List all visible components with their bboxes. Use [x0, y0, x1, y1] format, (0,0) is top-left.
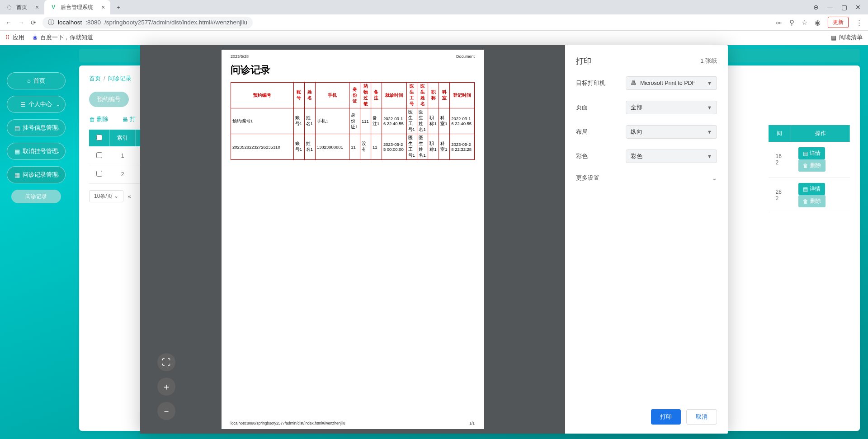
- preview-table: 预约编号账号姓名手机身份证药物过敏备注就诊时间医生工号医生姓名职称科室登记时间 …: [231, 82, 475, 160]
- preview-cell: 职称1: [428, 134, 439, 160]
- color-label: 彩色: [576, 152, 626, 160]
- print-dialog: 2023/5/28Document 问诊记录 预约编号账号姓名手机身份证药物过敏…: [140, 45, 728, 434]
- preview-cell: 2022-03-16 22:40:55: [382, 108, 406, 134]
- print-button[interactable]: 打印: [651, 409, 681, 425]
- preview-cell: 20235282232726235310: [231, 134, 294, 160]
- pages-select[interactable]: 全部▼: [626, 101, 717, 114]
- fit-page-button[interactable]: ⛶: [157, 353, 175, 371]
- browser-tab-1[interactable]: V 后台管理系统 ×: [44, 0, 110, 14]
- preview-row: 20235282232726235310账号1姓名11382388888111没…: [231, 134, 475, 160]
- preview-th: 就诊时间: [382, 83, 406, 108]
- vue-icon: V: [50, 4, 57, 11]
- preview-cell: 13823888881: [315, 134, 349, 160]
- url-input[interactable]: ⓘ localhost:8080/springbooty2577/admin/d…: [42, 17, 253, 28]
- new-tab-button[interactable]: ＋: [110, 0, 127, 14]
- preview-page: 2023/5/28Document 问诊记录 预约编号账号姓名手机身份证药物过敏…: [222, 50, 484, 429]
- preview-th: 账号: [293, 83, 304, 108]
- preview-cell: 预约编号1: [231, 108, 294, 134]
- window-controls: ⊖ — ▢ ✕: [806, 4, 868, 11]
- preview-title: 问诊记录: [231, 63, 475, 77]
- preview-cell: 身份证1: [349, 108, 360, 134]
- sheet-count: 1 张纸: [701, 57, 717, 65]
- preview-cell: 备注1: [371, 108, 382, 134]
- cancel-button[interactable]: 取消: [686, 409, 717, 425]
- tab-title: 首页: [16, 4, 27, 11]
- bookmark-bar: ⠿应用 ❀百度一下，你就知道 ▤阅读清单: [0, 31, 868, 45]
- browser-address-bar: ← → ⟳ ⓘ localhost:8080/springbooty2577/a…: [0, 14, 868, 31]
- preview-th: 预约编号: [231, 83, 294, 108]
- reload-icon[interactable]: ⟳: [31, 19, 36, 26]
- more-settings[interactable]: 更多设置⌄: [576, 174, 717, 182]
- search-icon[interactable]: ⚲: [789, 19, 794, 27]
- print-settings-pane: 打印1 张纸 目标打印机 🖶Microsoft Print to PDF▼ 页面…: [565, 45, 728, 434]
- preview-cell: 科室1: [439, 134, 450, 160]
- baidu-bookmark[interactable]: ❀百度一下，你就知道: [33, 34, 93, 42]
- avatar-icon[interactable]: ◉: [815, 19, 821, 27]
- preview-cell: 111: [360, 108, 371, 134]
- preview-th: 手机: [315, 83, 349, 108]
- tab-close-icon[interactable]: ×: [101, 4, 105, 11]
- reading-list[interactable]: ▤阅读清单: [831, 34, 863, 42]
- color-row: 彩色 彩色▼: [576, 149, 717, 163]
- preview-docname: Document: [456, 54, 475, 59]
- preview-cell: 11: [371, 134, 382, 160]
- pages-label: 页面: [576, 103, 626, 112]
- apps-icon: ⠿: [5, 34, 10, 41]
- preview-th: 备注: [371, 83, 382, 108]
- preview-th: 医生姓名: [417, 83, 428, 108]
- tab-close-icon[interactable]: ×: [35, 4, 39, 11]
- menu-icon[interactable]: ⋮: [856, 19, 863, 27]
- preview-fab-column: ⛶ ＋ －: [157, 353, 175, 420]
- layout-select[interactable]: 纵向▼: [626, 125, 717, 139]
- list-icon: ▤: [831, 34, 836, 41]
- printer-label: 目标打印机: [576, 79, 626, 87]
- preview-footer-url: localhost:8080/springbooty2577/admin/dis…: [231, 421, 345, 425]
- globe-icon: ◌: [5, 4, 13, 11]
- chevron-down-icon: ⌄: [712, 175, 717, 182]
- preview-cell: 账号1: [293, 134, 304, 160]
- zoom-out-button[interactable]: －: [157, 402, 175, 420]
- layout-label: 布局: [576, 128, 626, 136]
- browser-tab-0[interactable]: ◌ 首页 ← ×: [0, 0, 44, 14]
- maximize-icon[interactable]: ▢: [841, 4, 847, 11]
- printer-value: Microsoft Print to PDF: [640, 80, 695, 86]
- color-select[interactable]: 彩色▼: [626, 149, 717, 163]
- preview-cell: 姓名1: [304, 108, 315, 134]
- tab-title: 后台管理系统: [61, 4, 93, 11]
- chevron-down-icon: ▼: [707, 129, 712, 135]
- stop-icon[interactable]: ⊖: [813, 4, 819, 11]
- print-preview-pane: 2023/5/28Document 问诊记录 预约编号账号姓名手机身份证药物过敏…: [140, 45, 565, 434]
- preview-cell: 账号1: [293, 108, 304, 134]
- star-icon[interactable]: ☆: [802, 19, 807, 27]
- preview-cell: 职称1: [428, 108, 439, 134]
- printer-row: 目标打印机 🖶Microsoft Print to PDF▼: [576, 76, 717, 90]
- print-overlay: 2023/5/28Document 问诊记录 预约编号账号姓名手机身份证药物过敏…: [0, 45, 868, 439]
- zoom-in-button[interactable]: ＋: [157, 378, 175, 396]
- preview-cell: 手机1: [315, 108, 349, 134]
- bookmark-label: 百度一下，你就知道: [40, 34, 93, 42]
- bookmark-label: 应用: [13, 34, 24, 42]
- printer-select[interactable]: 🖶Microsoft Print to PDF▼: [626, 76, 717, 90]
- preview-th: 药物过敏: [360, 83, 371, 108]
- chevron-down-icon: ▼: [707, 105, 712, 110]
- preview-th: 登记时间: [450, 83, 475, 108]
- layout-value: 纵向: [631, 128, 642, 136]
- preview-cell: 医生姓名1: [417, 134, 428, 160]
- close-icon[interactable]: ✕: [855, 4, 861, 11]
- url-path: /springbooty2577/admin/dist/index.html#/…: [104, 19, 247, 26]
- update-button[interactable]: 更新: [828, 17, 849, 28]
- printer-icon: 🖶: [631, 80, 637, 86]
- preview-cell: 医生工号1: [406, 134, 417, 160]
- preview-th: 医生工号: [406, 83, 417, 108]
- key-icon[interactable]: ⬰: [776, 19, 782, 27]
- browser-titlebar: ◌ 首页 ← × V 后台管理系统 × ＋ ⊖ — ▢ ✕: [0, 0, 868, 14]
- apps-bookmark[interactable]: ⠿应用: [5, 34, 24, 42]
- preview-date: 2023/5/28: [231, 54, 249, 59]
- preview-cell: 11: [349, 134, 360, 160]
- info-icon: ⓘ: [48, 19, 54, 27]
- minimize-icon[interactable]: —: [827, 4, 833, 11]
- back-icon[interactable]: ←: [5, 19, 12, 26]
- baidu-icon: ❀: [33, 34, 38, 41]
- url-port: :8080: [85, 19, 101, 26]
- preview-cell: 医生工号1: [406, 108, 417, 134]
